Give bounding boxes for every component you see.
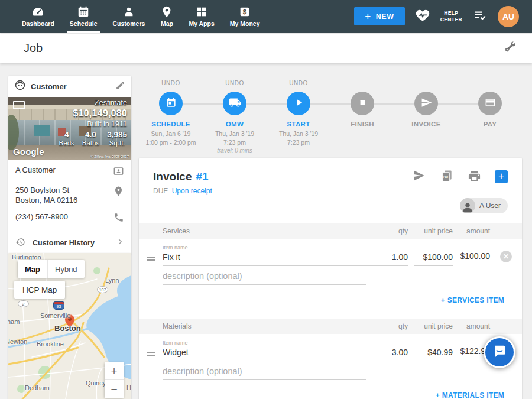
- undo-omw-link[interactable]: UNDO: [225, 80, 244, 88]
- print-icon[interactable]: [468, 169, 481, 185]
- location-pin-icon[interactable]: [113, 186, 124, 199]
- materials-label: Materials: [163, 322, 366, 330]
- zoom-out-button[interactable]: −: [105, 380, 124, 398]
- nav-item-label: Schedule: [70, 20, 98, 27]
- service-qty-input[interactable]: [366, 251, 408, 266]
- customer-phone: (234) 567-8900: [15, 212, 68, 222]
- drag-handle[interactable]: [147, 257, 155, 261]
- nav-item-label: Map: [161, 20, 173, 27]
- customer-card: Customer Zestimate $10,149,080 Built in …: [8, 76, 131, 254]
- photo-credit: © Zillow, Inc. 2006-2017: [91, 155, 129, 158]
- materials-section-header: Materials qty unit price amount: [139, 319, 522, 334]
- service-unit-price-input[interactable]: [414, 251, 453, 266]
- content-area: Customer Zestimate $10,149,080 Built in …: [0, 63, 532, 399]
- phone-icon[interactable]: [113, 212, 124, 225]
- schedule-step-button[interactable]: [159, 92, 183, 115]
- history-icon: [15, 237, 25, 249]
- user-avatar[interactable]: AU: [498, 6, 519, 27]
- qty-column-header: qty: [366, 322, 408, 330]
- service-description-input[interactable]: [163, 270, 366, 285]
- material-description-row: [139, 365, 522, 380]
- beds-stat: 4Beds: [59, 130, 74, 147]
- step-invoice: INVOICE: [394, 80, 458, 154]
- step-omw: UNDO OMW Thu, Jan 3 '197:23 pm travel: 0…: [203, 80, 267, 154]
- map-label-newton: Newton: [8, 338, 27, 345]
- undo-schedule-link[interactable]: UNDO: [161, 80, 180, 88]
- job-progress-steps: UNDO SCHEDULE Sun, Jan 6 '191:00 pm - 2:…: [139, 80, 522, 154]
- send-invoice-icon[interactable]: [412, 168, 426, 185]
- dollar-icon: $: [238, 5, 251, 18]
- customer-address: 250 Boylston St Boston, MA 02116: [15, 186, 77, 206]
- invoice-step-button[interactable]: [414, 92, 438, 115]
- step-start: UNDO START Thu, Jan 3 '197:23 pm: [267, 80, 330, 154]
- material-unit-price-input[interactable]: [414, 346, 453, 361]
- customer-history-button[interactable]: Customer History: [8, 232, 131, 254]
- map-label-hingham: Hi: [126, 384, 131, 391]
- map-label-dedham: Dedham: [25, 384, 50, 391]
- pay-step-button[interactable]: [478, 92, 502, 115]
- i93-shield: 93: [53, 301, 64, 310]
- map-label-lynn: Lynn: [105, 277, 119, 284]
- new-button[interactable]: + NEW: [354, 7, 405, 25]
- customer-name: A Customer: [15, 166, 56, 176]
- nav-item-my-apps[interactable]: My Apps: [181, 0, 222, 33]
- qty-column-header: qty: [366, 227, 408, 235]
- material-item-row: Item name $122.97 ✕: [139, 340, 522, 361]
- map-type-map-button[interactable]: Map: [18, 260, 47, 278]
- nav-item-customers[interactable]: Customers: [105, 0, 153, 33]
- map-pin-icon: [160, 5, 173, 18]
- amount-column-header: amount: [453, 322, 490, 330]
- item-name-label: Item name: [163, 340, 366, 346]
- truck-icon: [229, 96, 241, 111]
- service-name-input[interactable]: [163, 251, 366, 266]
- add-services-item-link[interactable]: + SERVICES ITEM: [441, 296, 504, 304]
- nav-item-map[interactable]: Map: [153, 0, 181, 33]
- person-icon: [122, 5, 135, 18]
- health-heart-icon[interactable]: [415, 8, 430, 25]
- assigned-user-chip[interactable]: A User: [460, 198, 508, 213]
- hcp-map-button[interactable]: HCP Map: [14, 281, 65, 299]
- chat-bubble-icon: [491, 343, 508, 362]
- contact-card-icon[interactable]: [113, 166, 124, 179]
- amount-column-header: amount: [453, 227, 490, 235]
- remove-item-icon[interactable]: ✕: [500, 251, 512, 262]
- invoice-title: Invoice: [153, 170, 192, 183]
- chat-widget-button[interactable]: [484, 336, 515, 368]
- service-description-row: [139, 270, 522, 285]
- add-invoice-button[interactable]: +: [495, 170, 508, 183]
- omw-step-button[interactable]: [223, 92, 246, 115]
- nav-item-label: My Apps: [189, 20, 214, 27]
- send-icon: [421, 97, 432, 111]
- undo-start-link[interactable]: UNDO: [289, 80, 307, 88]
- top-nav: Dashboard Schedule Customers Map My Apps…: [0, 0, 532, 33]
- unit-price-column-header: unit price: [408, 227, 453, 235]
- pdf-icon[interactable]: PDF: [440, 169, 454, 185]
- zoom-in-button[interactable]: +: [105, 362, 124, 380]
- streetview-toggle-icon[interactable]: [13, 101, 25, 109]
- material-description-input[interactable]: [163, 365, 366, 380]
- material-name-input[interactable]: [163, 346, 366, 361]
- due-label: DUE: [153, 187, 168, 195]
- invoice-number: #1: [196, 170, 208, 183]
- nav-item-my-money[interactable]: $ My Money: [222, 0, 268, 33]
- job-tools-icon[interactable]: [503, 40, 517, 56]
- help-center-button[interactable]: HELP CENTER: [440, 10, 462, 22]
- add-materials-item-link[interactable]: + MATERIALS ITEM: [436, 391, 504, 399]
- drag-handle[interactable]: [147, 352, 155, 356]
- start-step-button[interactable]: [287, 92, 310, 115]
- nav-item-dashboard[interactable]: Dashboard: [14, 0, 62, 33]
- svg-text:PDF: PDF: [443, 174, 449, 178]
- nav-item-label: Dashboard: [22, 20, 54, 27]
- service-amount: $100.00: [453, 251, 490, 266]
- map-label-boston: Boston: [54, 324, 81, 333]
- checklist-icon[interactable]: [472, 8, 488, 25]
- due-terms-link[interactable]: Upon receipt: [172, 187, 212, 195]
- map-zoom-control: + −: [105, 362, 124, 398]
- nav-item-label: Customers: [113, 20, 145, 27]
- material-qty-input[interactable]: [366, 346, 408, 361]
- map-type-control: Map Hybrid: [18, 260, 85, 278]
- map-type-hybrid-button[interactable]: Hybrid: [47, 260, 85, 278]
- finish-step-button[interactable]: [351, 92, 374, 115]
- edit-pencil-icon[interactable]: [115, 80, 125, 93]
- nav-item-schedule[interactable]: Schedule: [62, 0, 105, 33]
